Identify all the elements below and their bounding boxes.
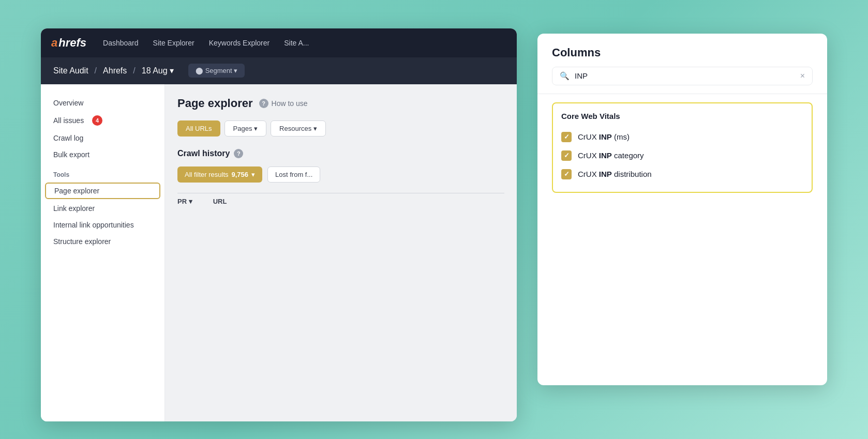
breadcrumb-site-audit: Site Audit: [53, 66, 88, 75]
sidebar-overview-label: Overview: [53, 99, 83, 107]
crawl-history-label: Crawl history: [177, 149, 230, 158]
sidebar-item-bulk-export[interactable]: Bulk export: [41, 146, 164, 163]
page-title: Page explorer: [177, 97, 253, 110]
segment-button[interactable]: ⬤ Segment ▾: [188, 64, 245, 78]
label-bold-1: INP: [599, 132, 612, 141]
sidebar-tools-title: Tools: [41, 163, 164, 181]
label-suffix-2: category: [612, 151, 644, 160]
filter-results-count: 9,756: [232, 171, 249, 178]
sidebar-link-explorer-label: Link explorer: [53, 204, 95, 213]
sidebar-item-all-issues[interactable]: All issues 4: [41, 111, 164, 130]
sidebar-badge: 4: [92, 115, 102, 126]
label-bold-3: INP: [599, 170, 612, 178]
breadcrumb-sep-1: /: [95, 66, 97, 75]
nav-site-a[interactable]: Site A...: [284, 39, 309, 47]
filter-tabs: All URLs Pages ▾ Resources ▾: [177, 120, 504, 137]
checkbox-inp-distribution[interactable]: ✓: [561, 169, 572, 179]
breadcrumb-ahrefs: Ahrefs: [103, 66, 127, 75]
filter-results-button[interactable]: All filter results 9,756 ▾: [177, 166, 262, 183]
checkmark-inp-ms: ✓: [564, 133, 570, 141]
sidebar-item-internal-link-opportunities[interactable]: Internal link opportunities: [41, 217, 164, 233]
checkmark-inp-category: ✓: [564, 152, 570, 159]
breadcrumb-bar: Site Audit / Ahrefs / 18 Aug ▾ ⬤ Segment…: [41, 57, 517, 84]
main-content: Page explorer ? How to use All URLs Page…: [165, 84, 517, 421]
label-suffix-1: (ms): [612, 132, 630, 141]
filter-results-label: All filter results: [185, 171, 229, 178]
filter-results-arrow: ▾: [251, 171, 255, 178]
clear-search-button[interactable]: ×: [800, 71, 805, 81]
sidebar-bulk-export-label: Bulk export: [53, 150, 89, 159]
question-icon: ?: [259, 99, 268, 108]
nav-links: Dashboard Site Explorer Keywords Explore…: [103, 39, 309, 47]
label-suffix-3: distribution: [612, 170, 652, 178]
filter-tab-pages[interactable]: Pages ▾: [225, 120, 266, 137]
label-prefix-3: CrUX: [578, 170, 599, 178]
page-title-row: Page explorer ? How to use: [177, 97, 504, 110]
sidebar-crawl-log-label: Crawl log: [53, 134, 83, 142]
sidebar-item-link-explorer[interactable]: Link explorer: [41, 200, 164, 217]
crawl-history: Crawl history ?: [177, 149, 504, 158]
table-col-pr[interactable]: PR ▾: [177, 198, 192, 205]
filter-tab-resources[interactable]: Resources ▾: [271, 120, 326, 137]
table-header: PR ▾ URL: [177, 193, 504, 209]
label-bold-2: INP: [599, 151, 612, 160]
checkbox-inp-ms[interactable]: ✓: [561, 132, 572, 142]
table-col-url[interactable]: URL: [213, 198, 227, 205]
filter-tab-all-urls[interactable]: All URLs: [177, 120, 220, 137]
how-to-use-label: How to use: [272, 99, 308, 108]
columns-panel: Columns 🔍 × Core Web Vitals ✓ CrUX INP (…: [537, 34, 827, 385]
breadcrumb-date[interactable]: 18 Aug ▾: [142, 66, 174, 75]
sidebar-internal-link-label: Internal link opportunities: [53, 221, 134, 229]
sidebar-item-crawl-log[interactable]: Crawl log: [41, 130, 164, 146]
columns-header: Columns 🔍 ×: [537, 34, 827, 94]
nav-keywords-explorer[interactable]: Keywords Explorer: [209, 39, 270, 47]
nav-dashboard[interactable]: Dashboard: [103, 39, 139, 47]
label-prefix-1: CrUX: [578, 132, 599, 141]
sidebar-structure-explorer-label: Structure explorer: [53, 237, 111, 246]
sidebar-item-overview[interactable]: Overview: [41, 95, 164, 111]
lost-from-button[interactable]: Lost from f...: [267, 166, 320, 183]
column-label-inp-distribution: CrUX INP distribution: [578, 170, 652, 178]
sidebar: Overview All issues 4 Crawl log Bulk exp…: [41, 84, 165, 421]
columns-results: Core Web Vitals ✓ CrUX INP (ms) ✓ CrUX I…: [552, 102, 813, 193]
sidebar-item-structure-explorer[interactable]: Structure explorer: [41, 233, 164, 250]
column-item-inp-category[interactable]: ✓ CrUX INP category: [561, 146, 803, 165]
search-icon: 🔍: [560, 71, 570, 81]
search-input[interactable]: [575, 71, 795, 80]
breadcrumb-sep-2: /: [133, 66, 135, 75]
nav-site-explorer[interactable]: Site Explorer: [153, 39, 194, 47]
logo-a: a: [51, 36, 57, 50]
filter-results-row: All filter results 9,756 ▾ Lost from f..…: [177, 166, 504, 183]
search-box: 🔍 ×: [552, 67, 813, 85]
section-title: Core Web Vitals: [561, 112, 803, 120]
column-item-inp-distribution[interactable]: ✓ CrUX INP distribution: [561, 165, 803, 184]
logo-text: hrefs: [58, 36, 86, 50]
crawl-history-icon: ?: [234, 149, 243, 158]
sidebar-page-explorer-label: Page explorer: [54, 187, 99, 195]
column-label-inp-ms: CrUX INP (ms): [578, 132, 630, 141]
sidebar-item-page-explorer[interactable]: Page explorer: [45, 183, 160, 199]
logo[interactable]: a hrefs: [51, 36, 86, 50]
column-label-inp-category: CrUX INP category: [578, 151, 644, 160]
top-nav: a hrefs Dashboard Site Explorer Keywords…: [41, 28, 517, 57]
content-area: Overview All issues 4 Crawl log Bulk exp…: [41, 84, 517, 421]
column-item-inp-ms[interactable]: ✓ CrUX INP (ms): [561, 128, 803, 146]
checkbox-inp-category[interactable]: ✓: [561, 150, 572, 161]
how-to-use-link[interactable]: ? How to use: [259, 99, 308, 108]
checkmark-inp-distribution: ✓: [564, 170, 570, 178]
app-window: a hrefs Dashboard Site Explorer Keywords…: [41, 28, 517, 421]
sidebar-all-issues-label: All issues: [53, 116, 84, 125]
label-prefix-2: CrUX: [578, 151, 599, 160]
columns-title: Columns: [552, 46, 813, 59]
